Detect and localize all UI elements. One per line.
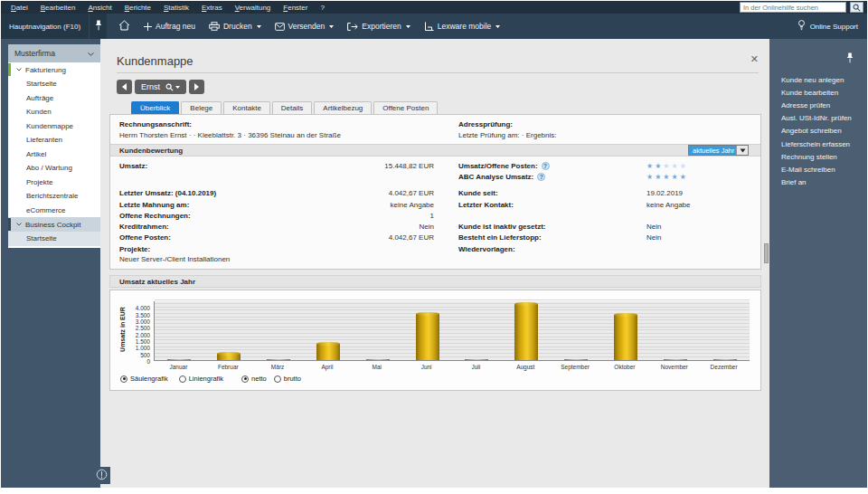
bar-top (316, 342, 340, 346)
toolbar-button-lexware-mobile[interactable]: Lexware mobile (424, 22, 501, 31)
toolbar-button-exportieren[interactable]: Exportieren (347, 22, 410, 31)
field-label: ABC Analyse Umsatz:? (458, 173, 646, 181)
tab-details[interactable]: Details (272, 101, 312, 114)
menu-item-ansicht[interactable]: Ansicht (81, 4, 118, 12)
menu-item-bearbeiten[interactable]: Bearbeiten (34, 4, 82, 12)
help-icon[interactable]: ? (542, 162, 550, 170)
radio-label: brutto (284, 375, 301, 383)
radio-button[interactable] (120, 375, 127, 383)
previous-record-button[interactable] (117, 80, 132, 94)
billing-address-label: Rechnungsanschrift: (119, 120, 458, 128)
toolbar-button-auftrag-neu[interactable]: Auftrag neu (144, 22, 195, 31)
onlinehilfe-search-input[interactable] (740, 2, 846, 13)
chevron-down-icon (736, 146, 748, 155)
sidebar-item-lieferanten[interactable]: Lieferanten (8, 133, 100, 147)
sidebar-item-startseite[interactable]: Startseite (8, 77, 100, 91)
table-row: Kreditrahmen:NeinKunde ist inaktiv geset… (119, 221, 751, 232)
radio-button[interactable] (274, 375, 281, 383)
search-button[interactable] (850, 2, 863, 13)
left-sidebar: Musterfirma FakturierungStartseiteAufträ… (1, 39, 100, 488)
menu-item-fenster[interactable]: Fenster (277, 4, 314, 12)
sidebar-item-kunden[interactable]: Kunden (8, 105, 100, 119)
bar-top (217, 352, 241, 356)
sidebar-item-projekte[interactable]: Projekte (8, 176, 100, 190)
info-icon (96, 468, 108, 484)
toolbar-button-versenden[interactable]: Versenden (275, 22, 335, 31)
bar-februar (217, 354, 241, 360)
bar-top (614, 313, 637, 317)
action-adresse-pr-fen[interactable]: Adresse prüfen (769, 99, 867, 111)
radio-button[interactable] (241, 375, 249, 383)
radio-liniengrafik[interactable]: Liniengrafik (179, 375, 223, 383)
period-select[interactable]: aktuelles Jahr (688, 145, 749, 156)
action-ausl-ust-idnr-pr-fen[interactable]: Ausl. USt-IdNr. prüfen (769, 112, 867, 125)
info-button[interactable] (93, 467, 110, 484)
radio-button[interactable] (179, 375, 186, 383)
sidebar-item-artikel[interactable]: Artikel (8, 147, 100, 162)
action-e-mail-schreiben[interactable]: E-Mail schreiben (769, 163, 867, 176)
search-icon (853, 1, 861, 14)
radio-netto[interactable]: netto (241, 375, 267, 383)
sidebar-item-auftr-ge[interactable]: Aufträge (8, 91, 100, 106)
action-kunde-neu-anlegen[interactable]: Kunde neu anlegen (769, 73, 867, 86)
bar-juni (416, 314, 439, 360)
tab-kontakte[interactable]: Kontakte (223, 101, 270, 114)
menu-item-verwaltung[interactable]: Verwaltung (229, 4, 278, 12)
help-icon[interactable]: ? (537, 173, 545, 181)
home-button[interactable] (118, 18, 130, 34)
online-support-link[interactable]: Online Support (797, 20, 858, 33)
sidebar-item-abo-wartung[interactable]: Abo / Wartung (8, 161, 100, 176)
field-value: 1 (300, 212, 434, 220)
menu-item-berichte[interactable]: Berichte (118, 4, 157, 12)
menu-item-item[interactable]: ? (314, 4, 330, 12)
address-check-label: Adressprüfung: (458, 120, 557, 128)
toolbar-button-drucken[interactable]: Drucken (209, 22, 261, 31)
chevron-down-icon (16, 68, 22, 71)
chart-plot-area (154, 301, 750, 361)
pin-sidebar-button[interactable] (89, 14, 107, 39)
tab-offene-posten[interactable]: Offene Posten (373, 101, 438, 114)
table-row: Umsatz:15.448,82 EURUmsatz/Offene Posten… (119, 160, 751, 171)
record-search-button[interactable]: Ernst (135, 80, 186, 94)
hauptnavigation-button[interactable]: Hauptnavigation (F10) (1, 14, 89, 39)
gridline (155, 347, 750, 347)
mobile-icon (424, 22, 434, 31)
gridline (155, 333, 750, 334)
action-brief-an[interactable]: Brief an (769, 176, 867, 189)
tab-berblick[interactable]: Überblick (131, 101, 179, 114)
sidebar-item-startseite[interactable]: Startseite (8, 232, 100, 246)
field-label: Wiedervorlagen: (458, 245, 646, 253)
chevron-down-icon (495, 25, 500, 28)
sidebar-group-fakturierung[interactable]: Fakturierung (8, 62, 100, 77)
toolbar-button-label: Versenden (288, 22, 326, 31)
bar-november (664, 359, 687, 361)
sidebar-item-berichtszentrale[interactable]: Berichtszentrale (8, 189, 100, 204)
pin-icon[interactable] (846, 51, 854, 67)
menu-item-datei[interactable]: Datei (5, 4, 34, 12)
action-lieferschein-erfassen[interactable]: Lieferschein erfassen (769, 138, 867, 150)
field-value: 4.042,67 EUR (300, 233, 434, 242)
y-axis-tick-label: 3.000 (123, 318, 150, 325)
vertical-scrollbar[interactable] (764, 243, 769, 263)
y-axis-tick-label: 2.000 (123, 332, 150, 338)
tab-belege[interactable]: Belege (181, 101, 222, 114)
next-record-button[interactable] (189, 80, 204, 94)
tab-artikelbezug[interactable]: Artikelbezug (314, 101, 372, 114)
y-axis-tick-label: 4.000 (123, 305, 150, 311)
field-value: Nein (300, 223, 434, 231)
x-axis-label-september: September (561, 364, 590, 370)
y-axis-tick-label: 1.000 (123, 345, 150, 351)
sidebar-item-kundenmappe[interactable]: Kundenmappe (8, 119, 100, 134)
menu-item-statistik[interactable]: Statistik (157, 4, 195, 12)
radio-brutto[interactable]: brutto (274, 375, 301, 383)
menu-item-extras[interactable]: Extras (195, 4, 229, 12)
company-select[interactable]: Musterfirma (8, 44, 100, 62)
sidebar-item-ecommerce[interactable]: eCommerce (8, 204, 100, 218)
action-kunde-bearbeiten[interactable]: Kunde bearbeiten (769, 86, 867, 99)
sidebar-group-business-cockpit[interactable]: Business Cockpit (8, 217, 100, 232)
action-rechnung-stellen[interactable]: Rechnung stellen (769, 150, 867, 163)
radio-s-ulengrafik[interactable]: Säulengrafik (120, 375, 168, 383)
online-support-label: Online Support (810, 23, 858, 31)
action-angebot-schreiben[interactable]: Angebot schreiben (769, 125, 867, 138)
close-icon[interactable]: ✕ (750, 54, 759, 63)
